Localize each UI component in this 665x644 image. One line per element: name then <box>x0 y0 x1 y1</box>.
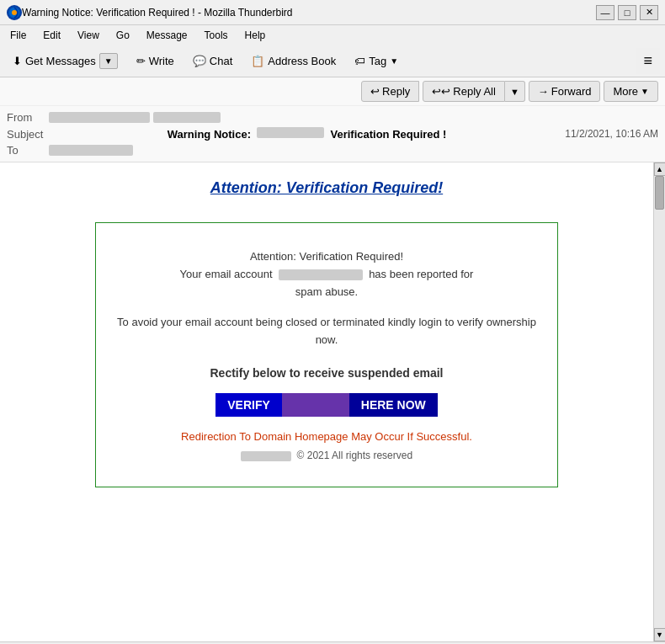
to-row: To <box>7 142 658 158</box>
toolbar: ⬇ Get Messages ▼ ✏ Write 💬 Chat 📋 Addres… <box>0 45 665 77</box>
email-header: ↩ Reply ↩↩ Reply All ▼ → Forward More ▼ <box>0 77 665 162</box>
minimize-button[interactable]: — <box>596 5 614 20</box>
footer-copyright: © 2021 All rights reserved <box>113 450 540 461</box>
get-messages-icon: ⬇ <box>13 55 22 67</box>
menu-bar: File Edit View Go Message Tools Help <box>0 25 665 45</box>
email-title: Attention: Verification Required! <box>17 179 636 197</box>
reply-all-label: Reply All <box>453 85 496 98</box>
reply-all-button[interactable]: ↩↩ Reply All <box>423 81 505 102</box>
email-action-buttons: ↩ Reply ↩↩ Reply All ▼ → Forward More ▼ <box>361 81 658 102</box>
reply-all-button-group: ↩↩ Reply All ▼ <box>423 81 524 102</box>
subject-value: Warning Notice: Verification Required ! <box>168 127 447 141</box>
verify-link-container[interactable]: VERIFY ████████ HERE NOW <box>113 393 540 417</box>
write-label: Write <box>149 55 174 67</box>
subject-row: Subject Warning Notice: Verification Req… <box>7 125 658 142</box>
reply-label: Reply <box>382 85 410 98</box>
subject-prefix: Warning Notice: <box>168 128 251 141</box>
forward-button[interactable]: → Forward <box>529 81 601 102</box>
scrollbar-track[interactable] <box>654 176 665 628</box>
title-bar: Warning Notice: Verification Required ! … <box>0 0 665 25</box>
phishing-box: Attention: Verification Required! Your e… <box>95 222 558 487</box>
forward-label: Forward <box>551 85 592 98</box>
from-value <box>49 112 150 123</box>
footer-redacted <box>241 451 291 461</box>
scrollbar-thumb[interactable] <box>655 176 664 210</box>
phishing-line1: Attention: Verification Required! <box>250 250 403 263</box>
menu-view[interactable]: View <box>74 28 103 43</box>
subject-redacted <box>257 127 324 138</box>
from-email <box>153 112 221 123</box>
menu-hamburger-button[interactable]: ≡ <box>636 48 660 74</box>
window-controls: — □ ✕ <box>596 5 658 20</box>
from-row: From <box>7 109 658 125</box>
menu-message[interactable]: Message <box>143 28 191 43</box>
address-book-icon: 📋 <box>251 55 264 67</box>
tag-dropdown-icon[interactable]: ▼ <box>390 56 398 66</box>
verify-mid-redacted: ████████ <box>282 393 349 417</box>
subject-suffix: Verification Required ! <box>330 128 446 141</box>
forward-icon: → <box>538 85 549 98</box>
address-book-button[interactable]: 📋 Address Book <box>243 51 343 72</box>
email-body[interactable]: 911 Attention: Verification Required! At… <box>0 162 653 641</box>
close-button[interactable]: ✕ <box>640 5 658 20</box>
write-button[interactable]: ✏ Write <box>129 51 182 72</box>
phishing-para1: Attention: Verification Required! Your e… <box>113 248 540 301</box>
reply-button-group: ↩ Reply <box>361 81 419 102</box>
get-messages-button[interactable]: ⬇ Get Messages ▼ <box>5 49 125 73</box>
to-value <box>49 145 133 156</box>
reply-all-dropdown[interactable]: ▼ <box>505 81 525 102</box>
svg-point-1 <box>12 10 17 15</box>
maximize-button[interactable]: □ <box>618 5 636 20</box>
scrollbar-up-button[interactable]: ▲ <box>654 162 666 176</box>
footer-copyright-text: © 2021 All rights reserved <box>297 450 413 461</box>
chat-button[interactable]: 💬 Chat <box>185 51 240 72</box>
menu-help[interactable]: Help <box>242 28 269 43</box>
tag-label: Tag <box>369 55 386 67</box>
reply-button[interactable]: ↩ Reply <box>361 81 419 102</box>
chat-icon: 💬 <box>193 55 206 67</box>
from-label: From <box>7 111 49 124</box>
more-button[interactable]: More ▼ <box>604 81 658 102</box>
phishing-line2-suffix: has been reported for <box>369 268 473 280</box>
verify-right[interactable]: HERE NOW <box>349 393 438 417</box>
tag-icon: 🏷 <box>354 55 365 67</box>
reply-all-icon: ↩↩ <box>432 85 450 98</box>
phishing-line3: spam abuse. <box>295 285 358 298</box>
chat-label: Chat <box>210 55 232 67</box>
menu-file[interactable]: File <box>7 28 29 43</box>
subject-label: Subject <box>7 128 49 141</box>
email-date: 11/2/2021, 10:16 AM <box>565 128 658 140</box>
scrollbar[interactable]: ▲ ▼ <box>653 162 665 641</box>
content-wrapper: 911 Attention: Verification Required! At… <box>0 162 665 641</box>
scrollbar-down-button[interactable]: ▼ <box>654 628 666 641</box>
address-book-label: Address Book <box>268 55 336 67</box>
tag-button[interactable]: 🏷 Tag ▼ <box>347 51 406 72</box>
menu-go[interactable]: Go <box>113 28 133 43</box>
email-fields: From Subject Warning Notice: Verificatio… <box>0 106 665 162</box>
get-messages-dropdown[interactable]: ▼ <box>99 53 118 69</box>
window-title: Warning Notice: Verification Required ! … <box>22 7 596 19</box>
write-icon: ✏ <box>136 55 146 67</box>
app-icon <box>7 5 22 20</box>
email-content: Attention: Verification Required! Attent… <box>17 179 636 487</box>
redirect-text: Redirection To Domain Homepage May Occur… <box>113 430 540 443</box>
phishing-para2: To avoid your email account being closed… <box>113 314 540 349</box>
verify-left[interactable]: VERIFY <box>215 393 282 417</box>
more-dropdown-icon: ▼ <box>641 87 649 96</box>
email-actions-toolbar: ↩ Reply ↩↩ Reply All ▼ → Forward More ▼ <box>0 77 665 106</box>
rectify-text: Rectify below to receive suspended email <box>113 366 540 380</box>
phishing-line2-prefix: Your email account <box>180 268 273 280</box>
get-messages-label: Get Messages <box>25 55 96 67</box>
menu-edit[interactable]: Edit <box>40 28 64 43</box>
menu-tools[interactable]: Tools <box>201 28 231 43</box>
reply-icon: ↩ <box>370 85 380 98</box>
more-label: More <box>613 85 638 98</box>
to-label: To <box>7 144 49 157</box>
phishing-email-redacted <box>279 269 363 280</box>
